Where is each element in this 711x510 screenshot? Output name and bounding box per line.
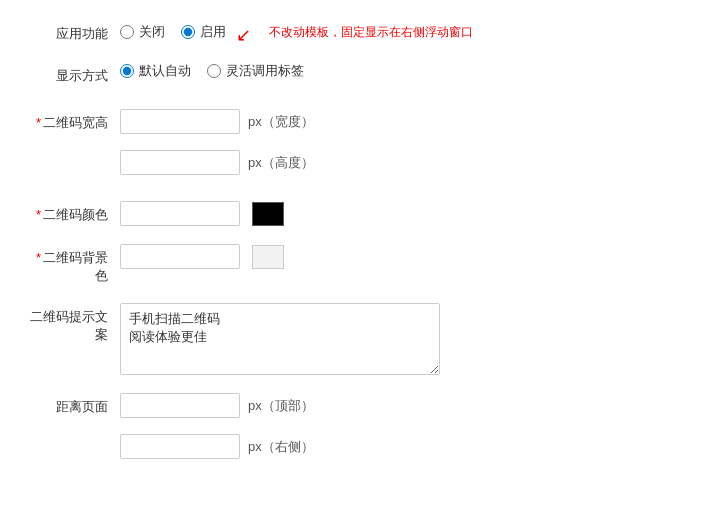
distance-inputs: 50 px（顶部） 20 px（右侧） — [120, 393, 314, 467]
distance-right-unit: px（右侧） — [248, 438, 314, 456]
note-text: 不改动模板，固定显示在右侧浮动窗口 — [269, 24, 473, 41]
qr-color-input[interactable]: #000000 — [120, 201, 240, 226]
apply-on-label: 启用 — [200, 23, 226, 41]
apply-function-content: 关闭 启用 ↙ 不改动模板，固定显示在右侧浮动窗口 — [120, 20, 681, 44]
qr-width-row: 136 px（宽度） — [120, 109, 314, 134]
apply-function-radio-group: 关闭 启用 — [120, 23, 226, 41]
qr-color-required-star: * — [36, 207, 41, 222]
qr-size-label: *二维码宽高 — [30, 109, 120, 132]
apply-function-label: 应用功能 — [30, 20, 120, 43]
qr-bg-color-label: *二维码背景色 — [30, 244, 120, 285]
note-block: ↙ 不改动模板，固定显示在右侧浮动窗口 — [236, 20, 473, 44]
display-default-label: 默认自动 — [139, 62, 191, 80]
distance-label: 距离页面 — [30, 393, 120, 416]
qr-hint-label: 二维码提示文案 — [30, 303, 120, 344]
qr-bg-color-input[interactable]: #f2f2f2 — [120, 244, 240, 269]
qr-bg-color-content: #f2f2f2 — [120, 244, 681, 269]
apply-on-option[interactable]: 启用 — [181, 23, 226, 41]
distance-top-unit: px（顶部） — [248, 397, 314, 415]
distance-top-input[interactable]: 50 — [120, 393, 240, 418]
apply-function-row: 应用功能 关闭 启用 ↙ 不改动模板，固定显示在右侧浮动窗口 — [30, 20, 681, 44]
qr-color-row: *二维码颜色 #000000 — [30, 201, 681, 226]
distance-right-row: 20 px（右侧） — [120, 434, 314, 459]
distance-top-row: 50 px（顶部） — [120, 393, 314, 418]
apply-on-radio[interactable] — [181, 25, 195, 39]
qr-size-content: 136 px（宽度） 136 px（高度） — [120, 109, 681, 183]
qr-hint-textarea[interactable]: 手机扫描二维码 阅读体验更佳 — [120, 303, 440, 375]
qr-width-unit: px（宽度） — [248, 113, 314, 131]
arrow-icon: ↙ — [236, 26, 251, 44]
qr-hint-row: 二维码提示文案 手机扫描二维码 阅读体验更佳 — [30, 303, 681, 375]
qr-size-inputs: 136 px（宽度） 136 px（高度） — [120, 109, 314, 183]
qr-size-required-star: * — [36, 115, 41, 130]
apply-off-radio[interactable] — [120, 25, 134, 39]
qr-height-row: 136 px（高度） — [120, 150, 314, 175]
display-mode-radio-group: 默认自动 灵活调用标签 — [120, 62, 304, 80]
display-flexible-option[interactable]: 灵活调用标签 — [207, 62, 304, 80]
distance-right-input[interactable]: 20 — [120, 434, 240, 459]
distance-row: 距离页面 50 px（顶部） 20 px（右侧） — [30, 393, 681, 467]
qr-hint-content: 手机扫描二维码 阅读体验更佳 — [120, 303, 681, 375]
qr-size-row: *二维码宽高 136 px（宽度） 136 px（高度） — [30, 109, 681, 183]
qr-bg-required-star: * — [36, 250, 41, 265]
display-flexible-radio[interactable] — [207, 64, 221, 78]
distance-content: 50 px（顶部） 20 px（右侧） — [120, 393, 681, 467]
display-default-option[interactable]: 默认自动 — [120, 62, 191, 80]
qr-bg-color-row: *二维码背景色 #f2f2f2 — [30, 244, 681, 285]
arrow-note: ↙ 不改动模板，固定显示在右侧浮动窗口 — [236, 24, 473, 44]
qr-color-swatch[interactable] — [252, 202, 284, 226]
display-flexible-label: 灵活调用标签 — [226, 62, 304, 80]
display-default-radio[interactable] — [120, 64, 134, 78]
qr-bg-color-swatch[interactable] — [252, 245, 284, 269]
qr-width-input[interactable]: 136 — [120, 109, 240, 134]
display-mode-label: 显示方式 — [30, 62, 120, 85]
qr-color-label: *二维码颜色 — [30, 201, 120, 224]
display-mode-row: 显示方式 默认自动 灵活调用标签 — [30, 62, 681, 85]
apply-off-label: 关闭 — [139, 23, 165, 41]
qr-height-unit: px（高度） — [248, 154, 314, 172]
qr-color-content: #000000 — [120, 201, 681, 226]
apply-off-option[interactable]: 关闭 — [120, 23, 165, 41]
display-mode-content: 默认自动 灵活调用标签 — [120, 62, 681, 80]
qr-height-input[interactable]: 136 — [120, 150, 240, 175]
